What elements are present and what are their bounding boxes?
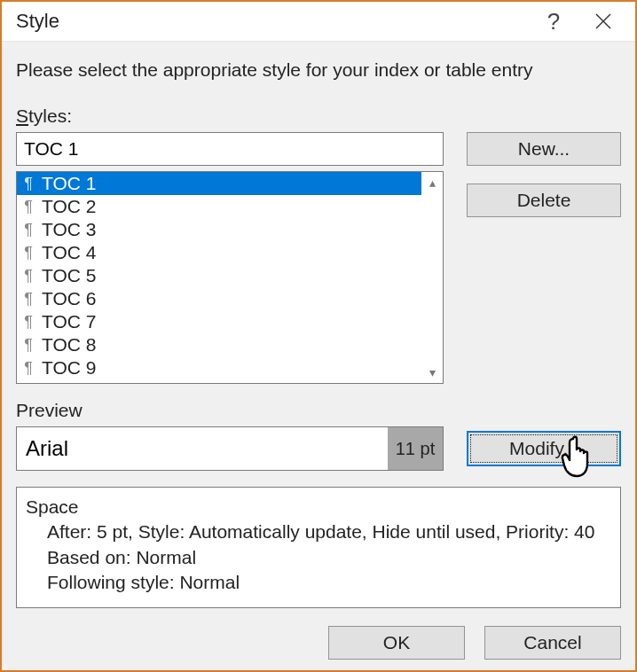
desc-line1: After: 5 pt, Style: Automatically update… — [26, 520, 611, 544]
pilcrow-icon: ¶ — [20, 175, 36, 193]
dialog-body: Please select the appropriate style for … — [2, 42, 635, 672]
preview-box: Arial 11 pt — [16, 426, 444, 471]
list-item[interactable]: ¶TOC 9 — [17, 356, 421, 379]
list-item[interactable]: ¶TOC 6 — [17, 287, 421, 310]
pilcrow-icon: ¶ — [20, 244, 36, 262]
desc-heading: Space — [26, 495, 611, 520]
list-item-label: TOC 2 — [42, 196, 96, 217]
titlebar: Style ? — [2, 2, 635, 42]
list-item[interactable]: ¶TOC 1 — [17, 172, 421, 195]
list-item-label: TOC 7 — [42, 311, 96, 332]
pilcrow-icon: ¶ — [20, 221, 36, 239]
modify-button[interactable]: Modify... — [467, 431, 621, 466]
list-item-label: TOC 5 — [42, 265, 96, 286]
close-button[interactable] — [578, 2, 628, 41]
list-item[interactable]: ¶TOC 3 — [17, 218, 421, 241]
pilcrow-icon: ¶ — [20, 359, 36, 378]
styles-left-column: ¶TOC 1¶TOC 2¶TOC 3¶TOC 4¶TOC 5¶TOC 6¶TOC… — [16, 132, 444, 384]
list-item[interactable]: ¶TOC 8 — [17, 333, 421, 356]
dialog-buttons-row: OK Cancel — [16, 626, 621, 660]
list-scrollbar[interactable]: ▴ ▾ — [421, 172, 443, 383]
list-item-label: TOC 6 — [42, 288, 96, 309]
preview-left-column: Arial 11 pt — [16, 426, 444, 471]
pilcrow-icon: ¶ — [20, 313, 36, 332]
pilcrow-icon: ¶ — [20, 336, 36, 355]
style-description: Space After: 5 pt, Style: Automatically … — [16, 487, 621, 608]
preview-right-column: Modify... — [467, 426, 621, 471]
list-item-label: TOC 9 — [42, 357, 96, 379]
pilcrow-icon: ¶ — [20, 198, 36, 216]
list-item-label: TOC 8 — [42, 334, 96, 356]
scroll-down-icon[interactable]: ▾ — [429, 365, 436, 379]
ok-button[interactable]: OK — [328, 626, 465, 660]
close-icon — [594, 12, 612, 30]
new-button[interactable]: New... — [467, 132, 621, 166]
styles-row: ¶TOC 1¶TOC 2¶TOC 3¶TOC 4¶TOC 5¶TOC 6¶TOC… — [16, 132, 621, 384]
list-item[interactable]: ¶TOC 4 — [17, 241, 421, 264]
delete-button[interactable]: Delete — [467, 184, 621, 217]
desc-line2: Based on: Normal — [26, 545, 611, 570]
list-item-label: TOC 1 — [42, 173, 96, 194]
styles-label: Styles: — [16, 105, 621, 127]
styles-listbox[interactable]: ¶TOC 1¶TOC 2¶TOC 3¶TOC 4¶TOC 5¶TOC 6¶TOC… — [16, 171, 444, 384]
list-item[interactable]: ¶TOC 2 — [17, 195, 421, 218]
pilcrow-icon: ¶ — [20, 290, 36, 309]
preview-row: Arial 11 pt Modify... — [16, 426, 621, 471]
list-item-label: TOC 4 — [42, 242, 96, 263]
window-title: Style — [16, 10, 529, 33]
preview-font-size: 11 pt — [388, 427, 443, 470]
style-name-input[interactable] — [16, 132, 444, 166]
style-dialog: Style ? Please select the appropriate st… — [0, 0, 637, 672]
help-button[interactable]: ? — [529, 2, 578, 41]
list-item[interactable]: ¶TOC 7 — [17, 310, 421, 333]
styles-list-items: ¶TOC 1¶TOC 2¶TOC 3¶TOC 4¶TOC 5¶TOC 6¶TOC… — [17, 172, 421, 383]
cancel-button[interactable]: Cancel — [484, 626, 621, 660]
pilcrow-icon: ¶ — [20, 267, 36, 285]
preview-font-name: Arial — [17, 427, 388, 470]
list-item[interactable]: ¶TOC 5 — [17, 264, 421, 287]
scroll-up-icon[interactable]: ▴ — [429, 176, 436, 190]
preview-label: Preview — [16, 400, 621, 421]
list-item-label: TOC 3 — [42, 219, 96, 240]
styles-right-column: New... Delete — [467, 132, 621, 384]
instruction-text: Please select the appropriate style for … — [16, 59, 621, 81]
desc-line3: Following style: Normal — [26, 570, 611, 595]
